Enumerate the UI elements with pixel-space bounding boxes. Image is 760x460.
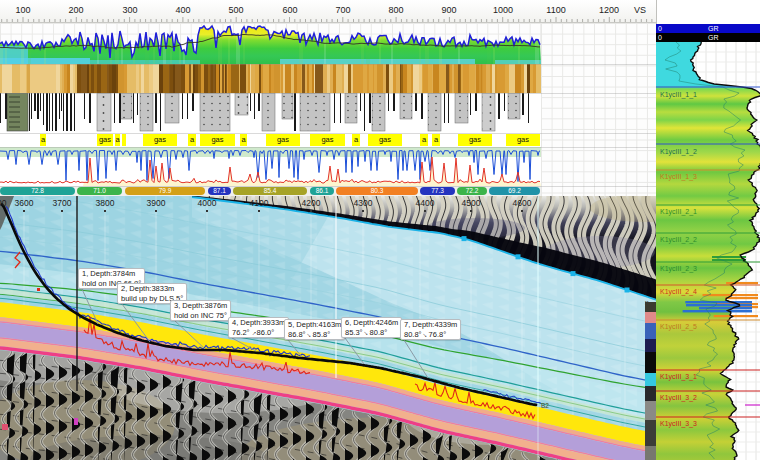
svg-text:3600: 3600 <box>15 198 34 208</box>
svg-text:3700: 3700 <box>53 198 72 208</box>
svg-text:4400: 4400 <box>416 198 435 208</box>
svg-text:4500: 4500 <box>462 198 481 208</box>
svg-text:3500: 3500 <box>0 198 7 208</box>
svg-text:B2: B2 <box>541 402 549 409</box>
svg-text:3800: 3800 <box>96 198 115 208</box>
svg-text:4200: 4200 <box>302 198 321 208</box>
svg-text:4300: 4300 <box>354 198 373 208</box>
svg-text:3900: 3900 <box>147 198 166 208</box>
svg-text:4100: 4100 <box>250 198 269 208</box>
svg-text:4600: 4600 <box>513 198 532 208</box>
svg-text:4000: 4000 <box>198 198 217 208</box>
